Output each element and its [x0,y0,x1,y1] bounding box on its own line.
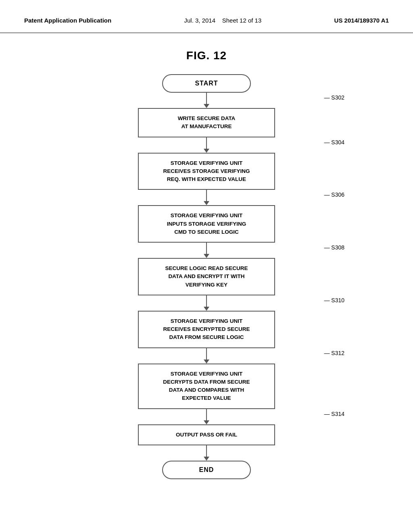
arrow-head [204,420,209,424]
arrow-line [206,93,207,104]
arrow-head [204,457,209,461]
step-s310-row: STORAGE VERIFYING UNITRECEIVES ENCRYPTED… [32,311,381,348]
step-s306-row: STORAGE VERIFYING UNITINPUTS STORAGE VER… [32,205,381,243]
arrow-line [206,409,207,420]
header-date-sheet: Jul. 3, 2014 Sheet 12 of 13 [184,16,261,25]
page-header: Patent Application Publication Jul. 3, 2… [0,0,413,33]
arrow-head [204,307,209,311]
arrow-4: — S308 [32,243,381,258]
arrow-7: — S314 [32,409,381,424]
step-s310: STORAGE VERIFYING UNITRECEIVES ENCRYPTED… [138,311,275,348]
step-label-s312: — S312 [324,350,344,356]
step-s312-row: STORAGE VERIFYING UNITDECRYPTS DATA FROM… [32,364,381,409]
arrow-line [206,137,207,149]
start-oval: START [162,74,251,93]
arrow-1: — S302 [32,93,381,108]
arrow-line [206,348,207,360]
start-label: START [195,80,218,87]
header-publication-label: Patent Application Publication [24,16,111,25]
header-patent-number: US 2014/189370 A1 [334,16,389,25]
step-s304-row: STORAGE VERIFYING UNITRECEIVES STORAGE V… [32,153,381,190]
step-s306: STORAGE VERIFYING UNITINPUTS STORAGE VER… [138,205,275,243]
arrow-2: — S304 [32,137,381,153]
end-label: END [199,466,214,473]
arrow-head [204,201,209,205]
arrow-5: — S310 [32,295,381,311]
arrow-line [206,190,207,201]
patent-page: Patent Application Publication Jul. 3, 2… [0,0,413,532]
step-s302-row: WRITE SECURE DATAAT MANUFACTURE [32,108,381,137]
header-sheet: Sheet 12 of 13 [222,17,262,24]
flowchart: START — S302 WRITE SECURE DATAAT MANUFAC… [0,74,413,479]
arrow-head [204,360,209,364]
arrow-line [206,445,207,457]
arrow-head [204,254,209,258]
step-label-s304: — S304 [324,139,344,145]
step-s308-row: SECURE LOGIC READ SECUREDATA AND ENCRYPT… [32,258,381,295]
arrow-line [206,243,207,254]
step-label-s314: — S314 [324,411,344,417]
step-s312: STORAGE VERIFYING UNITDECRYPTS DATA FROM… [138,364,275,409]
step-label-s308: — S308 [324,244,344,251]
step-s302: WRITE SECURE DATAAT MANUFACTURE [138,108,275,137]
arrow-6: — S312 [32,348,381,364]
step-label-s306: — S306 [324,191,344,198]
step-s308: SECURE LOGIC READ SECUREDATA AND ENCRYPT… [138,258,275,295]
arrow-8 [32,445,381,461]
arrow-line [206,295,207,307]
end-oval: END [162,461,251,479]
arrow-head [204,149,209,153]
step-s314-row: OUTPUT PASS OR FAIL [32,424,381,445]
figure-title: FIG. 12 [0,49,413,62]
step-s314: OUTPUT PASS OR FAIL [138,424,275,445]
header-date: Jul. 3, 2014 [184,17,215,24]
step-label-s302: — S302 [324,94,344,101]
arrow-3: — S306 [32,190,381,205]
step-s304: STORAGE VERIFYING UNITRECEIVES STORAGE V… [138,153,275,190]
step-label-s310: — S310 [324,297,344,303]
arrow-head [204,104,209,108]
